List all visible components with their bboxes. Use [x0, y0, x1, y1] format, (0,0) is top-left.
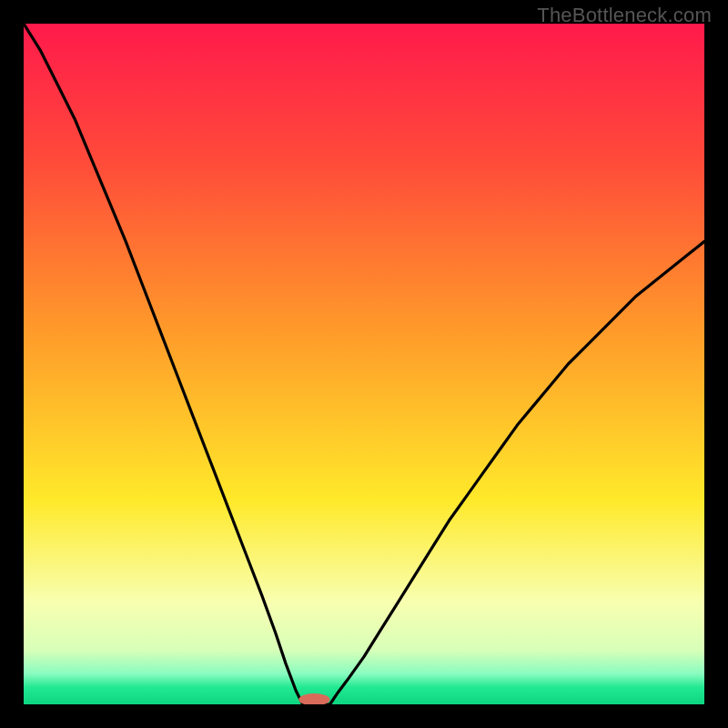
chart-svg: [24, 24, 704, 704]
gradient-background: [24, 24, 704, 704]
plot-area: [24, 24, 704, 704]
chart-frame: TheBottleneck.com: [0, 0, 728, 728]
